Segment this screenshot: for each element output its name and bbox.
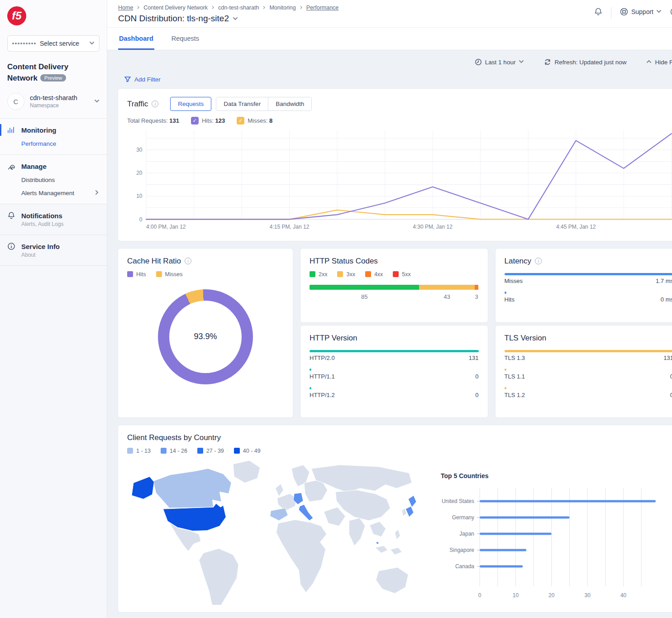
namespace-selector[interactable]: C cdn-test-sharath Namespace <box>7 86 100 118</box>
metric-row: HTTP/1.20 <box>310 387 479 398</box>
f5-logo: f5 <box>7 6 26 25</box>
metric-label: TLS 1.3 <box>505 355 525 361</box>
breadcrumb-monitoring[interactable]: Monitoring <box>269 5 295 11</box>
metric-label: Misses <box>505 278 523 284</box>
http-status-stacked-bar <box>310 285 479 290</box>
metric-label: TLS 1.1 <box>505 373 525 380</box>
metric-row: TLS 1.3131 <box>505 350 672 361</box>
metric-row: TLS 1.20 <box>505 387 672 398</box>
metric-value: 1.7 ms <box>656 278 672 284</box>
breadcrumb-cdn[interactable]: Content Delivery Network <box>143 5 208 11</box>
sidebar-item-label: Notifications <box>21 212 62 220</box>
chevron-right-icon <box>262 5 266 11</box>
status-value-3xx: 43 <box>419 293 475 300</box>
sidebar-item-distributions[interactable]: Distributions <box>21 177 100 183</box>
http-status-codes-title: HTTP Status Codes <box>310 257 479 266</box>
select-service-dropdown[interactable]: Select service <box>7 35 100 52</box>
checkbox-checked-icon[interactable]: ✓ <box>237 117 244 125</box>
select-service-label: Select service <box>40 40 79 47</box>
metric-row: TLS 1.10 <box>505 369 672 380</box>
world-map-svg <box>127 457 419 605</box>
checkbox-checked-icon[interactable]: ✓ <box>191 117 199 125</box>
svg-text:0: 0 <box>478 592 481 599</box>
svg-text:4:30 PM, Jan 12: 4:30 PM, Jan 12 <box>413 224 453 230</box>
traffic-title: Traffic i <box>127 100 158 109</box>
cache-hit-ratio-title: Cache Hit Ratio i <box>127 257 284 266</box>
tls-version-card: TLS Version TLS 1.3131 TLS 1.10 TLS 1.20 <box>495 325 672 418</box>
chevron-down-icon <box>94 97 100 105</box>
hide-filter-button[interactable]: Hide Filter <box>646 59 672 66</box>
app-grid-icon <box>12 43 36 44</box>
bell-icon <box>7 211 15 220</box>
http-status-codes-card: HTTP Status Codes 2xx3xx4xx5xx 85433 <box>300 248 488 323</box>
status-value-2xx: 85 <box>310 293 419 300</box>
tls-version-rows: TLS 1.3131 TLS 1.10 TLS 1.20 <box>505 350 672 398</box>
funnel-icon <box>124 76 131 83</box>
status-segment-4xx <box>475 285 479 290</box>
chevron-down-icon <box>89 40 95 47</box>
refresh-button[interactable]: Refresh: Updated just now <box>544 58 626 66</box>
tab-requests[interactable]: Requests <box>171 28 200 50</box>
http-version-rows: HTTP/2.0131 HTTP/1.10 HTTP/1.20 <box>310 350 479 398</box>
svg-text:Germany: Germany <box>452 514 474 521</box>
sidebar-item-label: Manage <box>21 163 47 170</box>
info-icon[interactable]: i <box>535 258 542 264</box>
add-filter-button[interactable]: Add Filter <box>118 72 672 88</box>
tls-version-title: TLS Version <box>505 334 672 343</box>
account-menu[interactable] <box>670 7 672 16</box>
metric-label: TLS 1.2 <box>505 392 525 398</box>
preview-badge: Preview <box>40 74 66 81</box>
time-range-dropdown[interactable]: Last 1 hour <box>475 58 524 66</box>
hits-swatch <box>127 271 133 277</box>
breadcrumb-namespace[interactable]: cdn-test-sharath <box>218 5 259 11</box>
breadcrumb-performance[interactable]: Performance <box>306 5 339 11</box>
sidebar-section-manage: Manage Distributions Alerts Management <box>0 154 107 204</box>
svg-text:20: 20 <box>136 170 143 176</box>
chevron-down-icon[interactable] <box>233 14 238 24</box>
sidebar: f5 Select service Content Delivery Netwo… <box>0 0 107 618</box>
info-icon[interactable]: i <box>185 258 191 264</box>
chevron-down-icon <box>656 8 662 15</box>
traffic-tab-requests[interactable]: Requests <box>170 97 211 111</box>
page-title: CDN Distribution: tls-ng-site2 <box>118 14 338 24</box>
namespace-name: cdn-test-sharath <box>30 94 77 101</box>
sidebar-item-label: Monitoring <box>21 126 56 134</box>
svg-text:United States: United States <box>442 498 474 504</box>
info-icon[interactable]: i <box>152 101 158 107</box>
support-menu[interactable]: Support <box>620 7 662 16</box>
sidebar-item-notifications[interactable]: Notifications <box>7 211 100 220</box>
sidebar-item-alerts-management[interactable]: Alerts Management <box>21 190 100 196</box>
notifications-subtitle: Alerts, Audit Logs <box>21 221 100 227</box>
traffic-tab-bandwidth[interactable]: Bandwidth <box>268 97 311 110</box>
refresh-icon <box>544 58 551 66</box>
metric-row: HTTP/2.0131 <box>310 350 479 361</box>
svg-text:Canada: Canada <box>455 563 474 570</box>
f5-logo-text: f5 <box>12 10 21 22</box>
metric-value: 0 <box>670 373 672 380</box>
map-bins-legend: 1 - 1314 - 2627 - 3940 - 49 <box>127 448 672 454</box>
svg-text:10: 10 <box>136 193 143 199</box>
breadcrumb-home[interactable]: Home <box>118 5 133 11</box>
svg-text:4:15 PM, Jan 12: 4:15 PM, Jan 12 <box>270 224 310 230</box>
refresh-label: Refresh: Updated just now <box>554 59 626 66</box>
support-label: Support <box>631 8 653 15</box>
traffic-tab-data-transfer[interactable]: Data Transfer <box>216 97 268 110</box>
status-legend-item: 5xx <box>393 271 410 278</box>
sidebar-item-performance[interactable]: Performance <box>21 140 100 147</box>
metric-value: 131 <box>469 355 479 361</box>
notifications-bell-icon[interactable] <box>594 7 603 16</box>
misses-legend-toggle[interactable]: ✓ Misses: 8 <box>237 117 272 125</box>
svg-text:30: 30 <box>585 592 591 599</box>
svg-text:Singapore: Singapore <box>449 547 474 553</box>
namespace-type: Namespace <box>30 102 77 109</box>
top5-countries-panel: Top 5 Countries 010203040United StatesGe… <box>429 457 672 608</box>
hits-legend-toggle[interactable]: ✓ Hits: 123 <box>191 117 225 125</box>
metric-label: HTTP/1.2 <box>310 392 335 398</box>
metric-value: 0 ms <box>661 296 672 303</box>
sidebar-item-service-info[interactable]: Service Info <box>7 242 100 250</box>
sidebar-item-manage[interactable]: Manage <box>7 162 100 170</box>
sidebar-item-monitoring[interactable]: Monitoring <box>7 126 100 134</box>
status-legend-item: 3xx <box>337 271 355 278</box>
top5-countries-bar-chart: 010203040United StatesGermanyJapanSingap… <box>429 481 664 608</box>
tab-dashboard[interactable]: Dashboard <box>118 28 154 50</box>
